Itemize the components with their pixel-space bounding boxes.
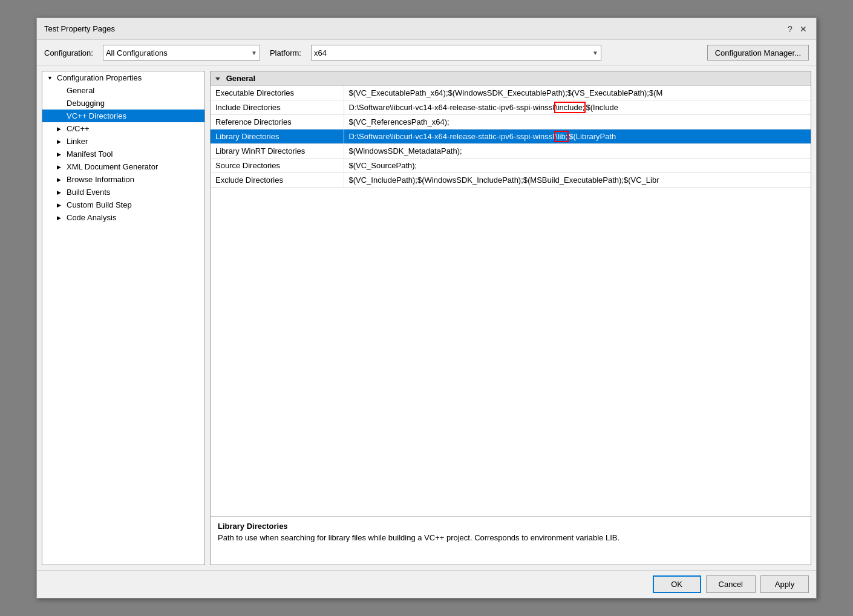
tree-item-manifest-tool[interactable]: ▶Manifest Tool [42, 148, 204, 160]
tree-item-vcpp-dirs[interactable]: VC++ Directories [42, 110, 204, 122]
props-row-source-dirs[interactable]: Source Directories $(VC_SourcePath); [211, 159, 811, 173]
tree-arrow-icon: ▶ [57, 202, 65, 208]
config-row: Configuration: All Configurations ▼ Plat… [37, 40, 816, 66]
prop-value-ref-dirs: $(VC_ReferencesPath_x64); [344, 115, 811, 129]
tree-item-label: Code Analysis [67, 213, 116, 222]
props-row-ref-dirs[interactable]: Reference Directories $(VC_ReferencesPat… [211, 115, 811, 129]
props-header-label: General [226, 74, 255, 83]
platform-value: x64 [314, 48, 327, 57]
tree-item-config-props[interactable]: ▼Configuration Properties [42, 71, 204, 84]
prop-value-include-dirs: D:\Software\libcurl-vc14-x64-release-sta… [344, 100, 811, 115]
prop-name-exec-dirs: Executable Directories [211, 86, 344, 100]
tree-arrow-icon: ▶ [57, 215, 65, 221]
tree-item-label: Linker [67, 137, 88, 146]
properties-table: General Executable Directories $(VC_Exec… [211, 71, 811, 188]
config-arrow-icon: ▼ [251, 50, 257, 56]
info-description: Path to use when searching for library f… [218, 533, 803, 542]
header-triangle-icon [215, 77, 220, 80]
props-header: General [211, 71, 811, 86]
platform-arrow-icon: ▼ [592, 50, 598, 56]
tree-item-label: XML Document Generator [67, 162, 158, 171]
config-label: Configuration: [44, 48, 93, 57]
tree-item-build-events[interactable]: ▶Build Events [42, 186, 204, 198]
title-bar: Test Property Pages ? ✕ [37, 18, 816, 40]
help-button[interactable]: ? [785, 24, 796, 34]
tree-item-browse-info[interactable]: ▶Browse Information [42, 173, 204, 186]
tree-arrow-icon: ▶ [57, 189, 65, 195]
ok-button[interactable]: OK [653, 575, 701, 593]
tree-panel: ▼Configuration PropertiesGeneralDebuggin… [42, 71, 205, 565]
tree-item-label: C/C++ [67, 124, 90, 133]
prop-value-lib-dirs: D:\Software\libcurl-vc14-x64-release-sta… [344, 129, 811, 144]
dialog: Test Property Pages ? ✕ Configuration: A… [36, 18, 817, 598]
config-dropdown[interactable]: All Configurations ▼ [103, 45, 260, 61]
tree-arrow-icon: ▶ [57, 164, 65, 170]
highlighted-value: \lib; [554, 131, 569, 142]
prop-name-lib-dirs: Library Directories [211, 129, 344, 144]
props-row-exec-dirs[interactable]: Executable Directories $(VC_ExecutablePa… [211, 86, 811, 100]
prop-value-exec-dirs: $(VC_ExecutablePath_x64);$(WindowsSDK_Ex… [344, 86, 811, 100]
prop-name-include-dirs: Include Directories [211, 100, 344, 115]
props-row-include-dirs[interactable]: Include Directories D:\Software\libcurl-… [211, 100, 811, 115]
tree-arrow-icon: ▶ [57, 151, 65, 157]
tree-item-label: Configuration Properties [57, 73, 142, 82]
config-manager-button[interactable]: Configuration Manager... [707, 45, 809, 61]
main-content: ▼Configuration PropertiesGeneralDebuggin… [37, 66, 816, 570]
prop-value-source-dirs: $(VC_SourcePath); [344, 159, 811, 173]
tree-item-cpp[interactable]: ▶C/C++ [42, 122, 204, 135]
tree-arrow-icon: ▶ [57, 139, 65, 145]
tree-item-label: Build Events [67, 188, 110, 197]
tree-item-label: Debugging [67, 99, 105, 108]
prop-name-exclude-dirs: Exclude Directories [211, 173, 344, 188]
tree-item-code-analysis[interactable]: ▶Code Analysis [42, 211, 204, 224]
tree-item-label: Browse Information [67, 175, 134, 184]
tree-item-label: VC++ Directories [67, 111, 126, 120]
platform-dropdown[interactable]: x64 ▼ [311, 45, 601, 61]
tree-item-general[interactable]: General [42, 84, 204, 97]
config-value: All Configurations [106, 48, 168, 57]
title-bar-right: ? ✕ [785, 24, 809, 34]
props-panel: General Executable Directories $(VC_Exec… [210, 71, 811, 565]
title-bar-left: Test Property Pages [44, 24, 115, 33]
apply-button[interactable]: Apply [760, 575, 809, 593]
tree-arrow-icon: ▶ [57, 126, 65, 132]
prop-value-libwinrt-dirs: $(WindowsSDK_MetadataPath); [344, 144, 811, 159]
info-title: Library Directories [218, 522, 803, 531]
prop-value-exclude-dirs: $(VC_IncludePath);$(WindowsSDK_IncludePa… [344, 173, 811, 188]
prop-name-source-dirs: Source Directories [211, 159, 344, 173]
props-row-libwinrt-dirs[interactable]: Library WinRT Directories $(WindowsSDK_M… [211, 144, 811, 159]
tree-item-debugging[interactable]: Debugging [42, 97, 204, 110]
dialog-title: Test Property Pages [44, 24, 115, 33]
tree-item-custom-build[interactable]: ▶Custom Build Step [42, 198, 204, 211]
tree-arrow-icon: ▼ [47, 75, 56, 81]
prop-name-ref-dirs: Reference Directories [211, 115, 344, 129]
info-panel: Library Directories Path to use when sea… [211, 516, 811, 565]
close-button[interactable]: ✕ [798, 24, 809, 34]
tree-item-xml-doc[interactable]: ▶XML Document Generator [42, 160, 204, 173]
props-row-lib-dirs[interactable]: Library Directories D:\Software\libcurl-… [211, 129, 811, 144]
tree-item-label: General [67, 86, 94, 95]
tree-item-label: Custom Build Step [67, 200, 132, 209]
tree-arrow-icon: ▶ [57, 177, 65, 183]
prop-name-libwinrt-dirs: Library WinRT Directories [211, 144, 344, 159]
bottom-buttons: OK Cancel Apply [37, 570, 816, 598]
props-row-exclude-dirs[interactable]: Exclude Directories $(VC_IncludePath);$(… [211, 173, 811, 188]
props-table: General Executable Directories $(VC_Exec… [211, 71, 811, 516]
props-header-row: General [211, 71, 811, 86]
tree-item-label: Manifest Tool [67, 149, 113, 159]
highlighted-value: \include; [554, 102, 586, 113]
platform-label: Platform: [270, 48, 301, 57]
cancel-button[interactable]: Cancel [706, 575, 756, 593]
tree-item-linker[interactable]: ▶Linker [42, 135, 204, 148]
